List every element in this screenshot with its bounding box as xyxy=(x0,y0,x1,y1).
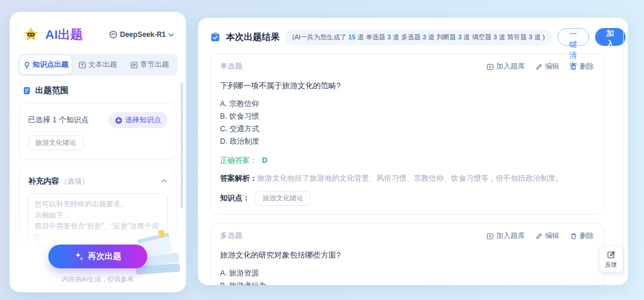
add-to-bank-action[interactable]: 加入题库 xyxy=(487,61,525,72)
generation-summary: (AI一共为您生成了 15 道 单选题 3 道 多选题 3 道 判断题 3 道 … xyxy=(285,29,552,45)
clipboard-check-icon xyxy=(210,32,221,42)
archive-plus-icon xyxy=(487,63,494,70)
header-actions: 一键清空 加入题库 xyxy=(558,28,626,46)
question-actions: 加入题库 编辑 删除 xyxy=(487,61,594,72)
tab-knowledge-point[interactable]: 知识点出题 xyxy=(20,55,72,74)
option: B. 旅游者行为 xyxy=(220,280,594,285)
select-knowledge-label: 选择知识点 xyxy=(125,115,161,125)
correct-answer-row: 正确答案：D xyxy=(220,156,594,166)
mode-tabs: 知识点出题 文本出题 章节出题 xyxy=(18,54,178,76)
option: A. 旅游资源 xyxy=(220,267,594,280)
text-square-icon xyxy=(79,61,86,69)
feedback-edit-icon xyxy=(607,250,615,259)
edit-action[interactable]: 编辑 xyxy=(535,61,559,72)
add-all-to-bank-button[interactable]: 加入题库 xyxy=(595,28,626,46)
answer-value: D xyxy=(262,156,268,165)
option: D. 政治制度 xyxy=(220,135,594,148)
sidebar-scrollbar[interactable] xyxy=(181,82,183,209)
tab-chapter[interactable]: 章节出题 xyxy=(124,55,176,74)
question-card-single-choice: 单选题 加入题库 编辑 删除 下列哪一项不属于旅游文化的范畴? A. 宗教信仰 … xyxy=(210,54,604,215)
answer-label: 正确答案： xyxy=(220,156,258,165)
sidebar-panel: AI出题 DeepSeek-R1 知识点出题 文本出题 xyxy=(10,12,186,292)
select-knowledge-button[interactable]: 选择知识点 xyxy=(109,112,168,128)
model-icon xyxy=(109,30,117,39)
section-scope-title: 出题范围 xyxy=(35,85,69,96)
pencil-icon xyxy=(535,233,543,240)
edit-action[interactable]: 编辑 xyxy=(535,231,559,241)
ai-disclaimer: 内容由AI生成，仅供参考 xyxy=(10,275,186,284)
archive-plus-icon xyxy=(487,233,494,240)
analysis-label: 答案解析： xyxy=(220,174,258,183)
option: B. 饮食习惯 xyxy=(220,110,594,123)
chevron-up-icon[interactable] xyxy=(161,179,168,183)
delete-action[interactable]: 删除 xyxy=(570,231,594,241)
sparkles-icon xyxy=(75,252,84,261)
model-selector[interactable]: DeepSeek-R1 xyxy=(109,30,174,39)
supplement-header: 补充内容（选填） xyxy=(28,175,89,187)
document-icon xyxy=(23,86,31,95)
knowledge-tag[interactable]: 旅游文化绪论 xyxy=(28,135,83,150)
book-list-icon xyxy=(131,61,138,69)
options-list: A. 宗教信仰 B. 饮食习惯 C. 交通方式 D. 政治制度 xyxy=(220,98,594,148)
regenerate-label: 再次出题 xyxy=(88,251,122,262)
results-panel: 本次出题结果 (AI一共为您生成了 15 道 单选题 3 道 多选题 3 道 判… xyxy=(198,18,628,285)
feedback-button[interactable]: 反馈 xyxy=(600,247,623,272)
panel-scrollbar-track[interactable] xyxy=(623,26,624,277)
question-actions: 加入题库 编辑 删除 xyxy=(487,231,594,241)
model-label: DeepSeek-R1 xyxy=(120,30,166,39)
tab-label: 章节出题 xyxy=(140,60,169,70)
app-title: AI出题 xyxy=(45,26,83,43)
results-header: 本次出题结果 (AI一共为您生成了 15 道 单选题 3 道 多选题 3 道 判… xyxy=(198,18,628,54)
pencil-icon xyxy=(535,63,543,70)
question-card-multi-choice: 多选题 加入题库 编辑 删除 旅游文化的研究对象包括哪些方面? A. 旅游资源 … xyxy=(210,223,604,285)
bulb-icon xyxy=(23,61,30,69)
trash-icon xyxy=(570,63,577,70)
feedback-label: 反馈 xyxy=(605,261,617,269)
question-stem: 下列哪一项不属于旅游文化的范畴? xyxy=(220,81,594,91)
clear-all-button[interactable]: 一键清空 xyxy=(558,28,589,46)
knowledge-row: 知识点： 旅游文化绪论 xyxy=(220,191,594,206)
selected-count-text: 已选择 1 个知识点 xyxy=(28,115,88,125)
option: C. 交通方式 xyxy=(220,123,594,135)
question-type-label: 单选题 xyxy=(220,61,243,72)
analysis-text: 旅游文化包括了旅游地的文化背景、风俗习惯、宗教信仰、饮食习惯等，但不包括政治制度… xyxy=(258,174,564,183)
sidebar-header: AI出题 DeepSeek-R1 xyxy=(10,12,186,51)
scope-card: 已选择 1 个知识点 选择知识点 旅游文化绪论 xyxy=(19,103,177,159)
section-scope-header: 出题范围 xyxy=(23,85,173,96)
plus-circle-icon xyxy=(115,117,122,124)
tab-label: 文本出题 xyxy=(88,60,117,70)
trash-icon xyxy=(570,233,577,240)
tab-text[interactable]: 文本出题 xyxy=(72,55,123,74)
knowledge-tag[interactable]: 旅游文化绪论 xyxy=(255,191,311,206)
knowledge-label: 知识点： xyxy=(220,193,250,203)
question-stem: 旅游文化的研究对象包括哪些方面? xyxy=(220,250,594,261)
chevron-down-icon xyxy=(168,33,174,37)
regenerate-button[interactable]: 再次出题 xyxy=(48,245,147,268)
results-title: 本次出题结果 xyxy=(226,32,280,43)
supplement-title: 补充内容 xyxy=(28,177,59,185)
question-type-label: 多选题 xyxy=(220,231,243,241)
supplement-optional-hint: （选填） xyxy=(60,177,89,185)
sidebar-footer: 再次出题 内容由AI生成，仅供参考 xyxy=(10,222,186,292)
mascot-robot-star-icon xyxy=(23,26,39,43)
tab-label: 知识点出题 xyxy=(33,60,69,70)
delete-action[interactable]: 删除 xyxy=(570,61,594,72)
analysis-row: 答案解析：旅游文化包括了旅游地的文化背景、风俗习惯、宗教信仰、饮食习惯等，但不包… xyxy=(220,174,594,184)
options-list: A. 旅游资源 B. 旅游者行为 C. 旅游政策 D. 旅游环境 E. 旅游经济 xyxy=(220,267,594,285)
add-to-bank-action[interactable]: 加入题库 xyxy=(487,231,525,241)
option: A. 宗教信仰 xyxy=(220,98,594,110)
